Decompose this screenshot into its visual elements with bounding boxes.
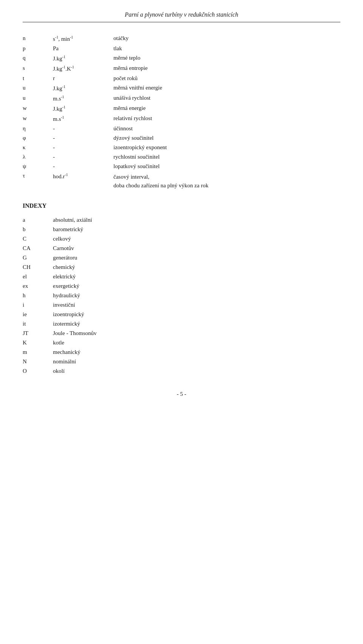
- table-row: κ-izoentropický exponent: [23, 143, 340, 152]
- desc-cell: lopatkový součinitel: [113, 162, 340, 171]
- unit-cell: -: [53, 133, 113, 143]
- symbol-cell: u: [23, 93, 53, 103]
- unit-cell: m.s-1: [53, 93, 113, 103]
- index-desc-cell: elektrický: [53, 272, 340, 281]
- symbol-cell: κ: [23, 143, 53, 152]
- unit-cell: -: [53, 143, 113, 152]
- table-row: iinvestiční: [23, 300, 340, 310]
- symbol-cell: n: [23, 34, 53, 44]
- table-row: Ookolí: [23, 366, 340, 376]
- index-desc-cell: okolí: [53, 366, 340, 376]
- desc-cell: tlak: [113, 44, 340, 53]
- index-symbol-cell: m: [23, 347, 53, 357]
- index-symbol-cell: N: [23, 357, 53, 366]
- table-row: φ-dýzový součinitel: [23, 133, 340, 143]
- unit-cell: m.s-1: [53, 114, 113, 124]
- index-symbol-cell: i: [23, 300, 53, 310]
- symbol-cell: t: [23, 74, 53, 83]
- indexes-table: aabsolutní, axiálníbbarometrickýCcelkový…: [23, 215, 340, 376]
- index-desc-cell: nominální: [53, 357, 340, 366]
- table-row: itizotermický: [23, 319, 340, 329]
- index-desc-cell: Joule - Thomsonův: [53, 329, 340, 338]
- table-row: pPatlak: [23, 44, 340, 53]
- desc-cell: dýzový součinitel: [113, 133, 340, 143]
- desc-cell: relativní rychlost: [113, 114, 340, 124]
- table-row: uJ.kg-1měrná vnitřní energie: [23, 83, 340, 93]
- page-footer: - 5 -: [23, 391, 340, 397]
- table-row: CACarnotův: [23, 244, 340, 253]
- unit-cell: J.kg-1: [53, 83, 113, 93]
- index-desc-cell: izotermický: [53, 319, 340, 329]
- indexes-header: INDEXY: [23, 202, 340, 209]
- table-row: Ggenerátoru: [23, 253, 340, 263]
- index-desc-cell: chemický: [53, 263, 340, 272]
- symbol-cell: u: [23, 83, 53, 93]
- desc-cell: měrné teplo: [113, 53, 340, 63]
- index-symbol-cell: G: [23, 253, 53, 263]
- table-row: qJ.kg-1měrné teplo: [23, 53, 340, 63]
- table-row: mmechanický: [23, 347, 340, 357]
- index-desc-cell: hydraulický: [53, 291, 340, 300]
- table-row: JTJoule - Thomsonův: [23, 329, 340, 338]
- index-symbol-cell: CH: [23, 263, 53, 272]
- desc-cell: unášivá rychlost: [113, 93, 340, 103]
- table-row: Kkotle: [23, 338, 340, 347]
- unit-cell: J.kg-1: [53, 53, 113, 63]
- symbol-cell: q: [23, 53, 53, 63]
- unit-cell: r: [53, 74, 113, 83]
- index-desc-cell: izoentropický: [53, 310, 340, 319]
- table-row: λ-rychlostní součinitel: [23, 152, 340, 162]
- unit-cell: s-1, min-1: [53, 34, 113, 44]
- desc-cell: účinnost: [113, 124, 340, 133]
- table-row: ieizoentropický: [23, 310, 340, 319]
- desc-cell: izoentropický exponent: [113, 143, 340, 152]
- index-desc-cell: absolutní, axiální: [53, 215, 340, 225]
- table-row: aabsolutní, axiální: [23, 215, 340, 225]
- unit-cell: hod.r-1: [53, 171, 113, 191]
- table-row: η-účinnost: [23, 124, 340, 133]
- table-row: trpočet roků: [23, 74, 340, 83]
- page-header: Parní a plynové turbíny v redukčních sta…: [23, 11, 340, 22]
- symbol-cell: w: [23, 114, 53, 124]
- index-symbol-cell: CA: [23, 244, 53, 253]
- desc-cell: časový interval,doba chodu zařízení na p…: [113, 171, 340, 191]
- desc-cell: počet roků: [113, 74, 340, 83]
- desc-cell: měrná vnitřní energie: [113, 83, 340, 93]
- table-row: Ccelkový: [23, 234, 340, 244]
- index-desc-cell: mechanický: [53, 347, 340, 357]
- table-row: τhod.r-1časový interval,doba chodu zaříz…: [23, 171, 340, 191]
- index-symbol-cell: O: [23, 366, 53, 376]
- table-row: sJ.kg-1.K-1měrná entropie: [23, 63, 340, 74]
- index-symbol-cell: C: [23, 234, 53, 244]
- symbol-cell: w: [23, 103, 53, 114]
- table-row: um.s-1unášivá rychlost: [23, 93, 340, 103]
- desc-cell: otáčky: [113, 34, 340, 44]
- index-symbol-cell: a: [23, 215, 53, 225]
- table-row: wJ.kg-1měrná energie: [23, 103, 340, 114]
- index-symbol-cell: ex: [23, 281, 53, 291]
- table-row: exexergetický: [23, 281, 340, 291]
- index-symbol-cell: ie: [23, 310, 53, 319]
- symbol-cell: φ: [23, 133, 53, 143]
- unit-cell: -: [53, 124, 113, 133]
- table-row: Nnominální: [23, 357, 340, 366]
- table-row: hhydraulický: [23, 291, 340, 300]
- table-row: CHchemický: [23, 263, 340, 272]
- table-row: ns-1, min-1otáčky: [23, 34, 340, 44]
- symbol-cell: p: [23, 44, 53, 53]
- index-symbol-cell: el: [23, 272, 53, 281]
- unit-cell: J.kg-1: [53, 103, 113, 114]
- unit-cell: J.kg-1.K-1: [53, 63, 113, 74]
- symbols-table: ns-1, min-1otáčkypPatlakqJ.kg-1měrné tep…: [23, 34, 340, 191]
- index-desc-cell: exergetický: [53, 281, 340, 291]
- symbol-cell: s: [23, 63, 53, 74]
- index-symbol-cell: h: [23, 291, 53, 300]
- unit-cell: Pa: [53, 44, 113, 53]
- unit-cell: -: [53, 162, 113, 171]
- index-symbol-cell: JT: [23, 329, 53, 338]
- table-row: ψ-lopatkový součinitel: [23, 162, 340, 171]
- index-desc-cell: barometrický: [53, 225, 340, 234]
- table-row: bbarometrický: [23, 225, 340, 234]
- index-symbol-cell: it: [23, 319, 53, 329]
- desc-cell: rychlostní součinitel: [113, 152, 340, 162]
